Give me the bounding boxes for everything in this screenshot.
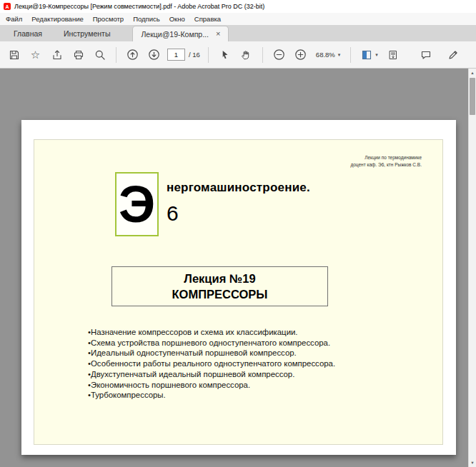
comment-icon [420, 49, 432, 61]
dropcap-letter: Э [119, 180, 155, 229]
scrollbar-thumb[interactable] [470, 78, 475, 115]
minus-circle-icon [273, 49, 285, 61]
page-display-dropdown[interactable]: ▾ [359, 49, 380, 61]
acrobat-window: A Лекци@19-Компрессоры [Режим совместимо… [0, 0, 476, 467]
menu-item-window[interactable]: Окно [169, 15, 185, 23]
bullet-item: •Экономичность поршневого компрессора. [88, 380, 335, 391]
save-icon [9, 49, 20, 61]
zoom-level-dropdown[interactable]: 68.8% ▾ [314, 51, 342, 59]
menu-bar: Файл Редактирование Просмотр Подпись Окн… [0, 13, 476, 25]
slide-credits: Лекции по термодинамике доцент каф. Э6, … [350, 154, 422, 169]
vertical-scrollbar[interactable]: ▲ ▼ [468, 69, 476, 467]
main-toolbar: ☆ / 16 [0, 41, 476, 69]
page-up-icon [127, 49, 139, 61]
menu-item-view[interactable]: Просмотр [93, 15, 124, 23]
chevron-down-icon: ▾ [338, 52, 341, 57]
tab-home[interactable]: Главная [3, 25, 53, 41]
toolbar-separator [116, 47, 116, 63]
lecture-title-line-1: Лекция №19 [184, 271, 255, 286]
menu-item-help[interactable]: Справка [194, 15, 221, 23]
dropcap-box: Э [115, 172, 159, 236]
menu-item-file[interactable]: Файл [6, 15, 22, 23]
slide-heading: нергомашиностроение. [167, 181, 310, 195]
chevron-down-icon: ▾ [375, 52, 378, 57]
comment-button[interactable] [417, 46, 434, 64]
bullet-list: •Назначение компрессоров и схема их клас… [88, 327, 335, 401]
search-icon [94, 49, 106, 61]
zoom-out-button[interactable] [271, 46, 287, 64]
star-icon: ☆ [31, 49, 40, 60]
tab-tools-label: Инструменты [64, 29, 110, 38]
tab-bar: Главная Инструменты Лекци@19-Компр... × [0, 25, 476, 41]
fill-sign-button[interactable] [445, 46, 461, 64]
tab-document-label: Лекци@19-Компр... [141, 30, 209, 39]
hand-icon [240, 49, 252, 61]
scroll-mode-button[interactable] [385, 46, 402, 64]
scrollbar-down-arrow[interactable]: ▼ [469, 459, 476, 466]
window-title: Лекци@19-Компрессоры [Режим совместимост… [14, 3, 264, 10]
zoom-in-button[interactable] [292, 46, 309, 64]
page-display-icon [361, 49, 372, 61]
window-titlebar: A Лекци@19-Компрессоры [Режим совместимо… [0, 0, 476, 13]
page-navigation: / 16 [167, 49, 200, 61]
toolbar-separator [262, 47, 263, 63]
toolbar-separator [350, 47, 351, 63]
credits-line-1: Лекции по термодинамике [350, 154, 422, 161]
tab-tools[interactable]: Инструменты [53, 25, 121, 41]
bullet-item: •Схема устройства поршневого одноступенч… [88, 338, 335, 348]
zoom-level-value: 68.8% [316, 51, 335, 59]
page-number-input[interactable] [167, 49, 185, 61]
scrollbar-up-arrow[interactable]: ▲ [469, 69, 476, 76]
lecture-title-box: Лекция №19 КОМПРЕССОРЫ [111, 266, 328, 306]
cursor-icon [219, 49, 230, 60]
page-down-icon [148, 49, 160, 61]
select-tool-button[interactable] [217, 46, 233, 64]
menu-item-edit[interactable]: Редактирование [31, 15, 83, 23]
tab-document[interactable]: Лекци@19-Компр... × [132, 26, 229, 41]
share-button[interactable] [49, 46, 65, 64]
credits-line-2: доцент каф. Э6, ктн Рыжков С.В. [350, 161, 422, 169]
bullet-item: •Турбокомпрессоры. [88, 390, 335, 401]
print-button[interactable] [70, 46, 86, 64]
scroll-mode-icon [387, 49, 399, 61]
tab-home-label: Главная [14, 29, 42, 38]
lecture-title-line-2: КОМПРЕССОРЫ [172, 286, 268, 302]
page-total-label: / 16 [189, 51, 200, 59]
bullet-item: •Назначение компрессоров и схема их клас… [88, 327, 335, 338]
next-page-button[interactable] [146, 46, 162, 64]
previous-page-button[interactable] [124, 46, 141, 64]
slide-heading-number: 6 [167, 201, 179, 226]
pdf-page: Лекции по термодинамике доцент каф. Э6, … [21, 120, 456, 455]
share-icon [51, 49, 63, 61]
save-button[interactable] [6, 46, 22, 64]
pencil-icon [447, 49, 459, 61]
print-icon [73, 49, 84, 61]
acrobat-icon: A [4, 3, 11, 10]
search-button[interactable] [91, 46, 108, 64]
bullet-item: •Двухступенчатый идеальный поршневой ком… [88, 369, 335, 380]
hand-tool-button[interactable] [238, 46, 254, 64]
bullet-item: •Особенности работы реального одноступен… [88, 358, 335, 369]
toolbar-separator [208, 47, 209, 63]
document-pane: Лекции по термодинамике доцент каф. Э6, … [0, 69, 476, 467]
bullet-item: •Идеальный одноступенчатый поршневой ком… [88, 348, 335, 358]
menu-item-sign[interactable]: Подпись [133, 15, 160, 23]
close-tab-icon[interactable]: × [216, 30, 220, 38]
plus-circle-icon [294, 49, 307, 61]
toolbar-right-group [417, 46, 461, 64]
favorite-button[interactable]: ☆ [27, 46, 44, 64]
slide-content: Лекции по термодинамике доцент каф. Э6, … [34, 139, 443, 445]
